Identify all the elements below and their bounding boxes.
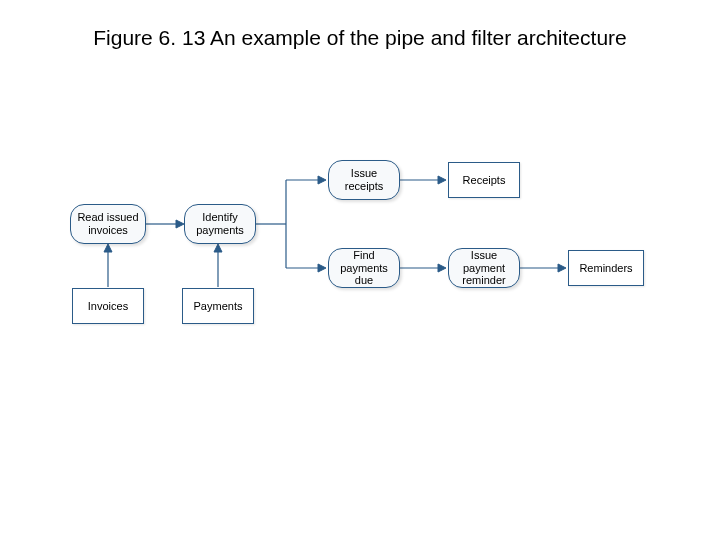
svg-marker-17: [558, 264, 566, 272]
svg-marker-5: [176, 220, 184, 228]
filter-read-issued-invoices: Read issued invoices: [70, 204, 146, 244]
svg-marker-1: [104, 244, 112, 252]
datastore-receipts: Receipts: [448, 162, 520, 198]
svg-marker-11: [318, 264, 326, 272]
datastore-invoices: Invoices: [72, 288, 144, 324]
svg-marker-9: [318, 176, 326, 184]
datastore-payments: Payments: [182, 288, 254, 324]
datastore-reminders: Reminders: [568, 250, 644, 286]
svg-marker-13: [438, 176, 446, 184]
diagram-canvas: Read issued invoices Identify payments I…: [0, 0, 720, 540]
filter-issue-receipts: Issue receipts: [328, 160, 400, 200]
svg-marker-3: [214, 244, 222, 252]
filter-identify-payments: Identify payments: [184, 204, 256, 244]
filter-issue-payment-reminder: Issue payment reminder: [448, 248, 520, 288]
svg-marker-15: [438, 264, 446, 272]
filter-find-payments-due: Find payments due: [328, 248, 400, 288]
